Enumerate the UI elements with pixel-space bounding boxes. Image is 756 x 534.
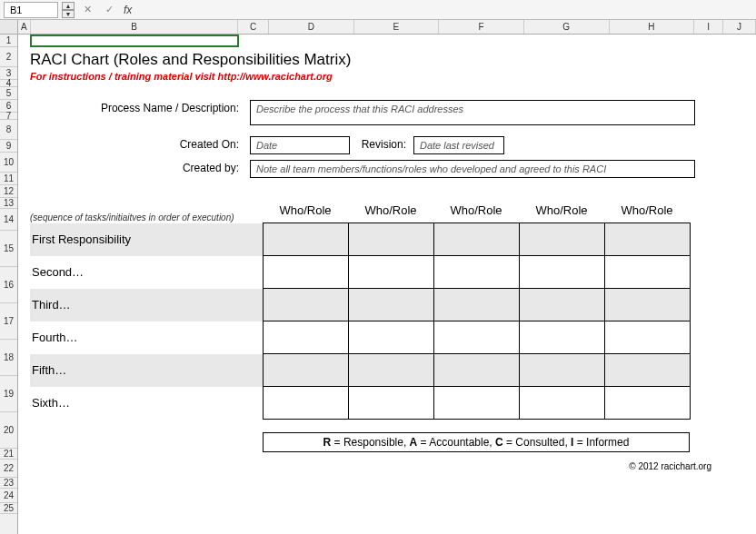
row-header-7[interactable]: 7 [0, 113, 17, 120]
raci-cell[interactable] [433, 321, 519, 354]
stepper-down-icon[interactable]: ▼ [62, 10, 75, 18]
role-header-1[interactable]: Who/Role [348, 203, 433, 222]
row-header-21[interactable]: 21 [0, 449, 17, 460]
column-header-H[interactable]: H [610, 20, 695, 34]
column-header-I[interactable]: I [694, 20, 723, 34]
row-header-1[interactable]: 1 [0, 35, 17, 47]
created-by-input[interactable]: Note all team members/functions/roles wh… [250, 160, 695, 178]
raci-cell[interactable] [519, 223, 604, 256]
task-cell[interactable]: Fifth… [30, 354, 263, 387]
row-header-14[interactable]: 14 [0, 209, 17, 231]
role-header-4[interactable]: Who/Role [604, 203, 690, 222]
fx-icon[interactable]: fx [124, 4, 132, 16]
raci-cell[interactable] [263, 387, 348, 420]
column-header-E[interactable]: E [354, 20, 440, 34]
raci-cell[interactable] [604, 223, 690, 256]
raci-cell[interactable] [348, 387, 433, 420]
raci-cell[interactable] [348, 289, 433, 321]
raci-cell[interactable] [519, 256, 604, 289]
table-row: Fifth… [30, 354, 690, 387]
task-cell[interactable]: First Responsibility [30, 223, 263, 256]
revision-input[interactable]: Date last revised [413, 136, 504, 154]
role-header-3[interactable]: Who/Role [519, 203, 604, 222]
row-header-23[interactable]: 23 [0, 478, 17, 489]
row-header-10[interactable]: 10 [0, 153, 17, 173]
task-cell[interactable]: Sixth… [30, 387, 263, 420]
raci-cell[interactable] [263, 223, 348, 256]
legend: R = Responsible, A = Accountable, C = Co… [263, 432, 690, 452]
selection-outline [30, 35, 239, 47]
column-header-D[interactable]: D [269, 20, 354, 34]
page-title: RACI Chart (Roles and Responsibilities M… [30, 51, 739, 69]
subtitle-link[interactable]: For instructions / training material vis… [30, 71, 739, 82]
row-header-22[interactable]: 22 [0, 460, 17, 478]
raci-cell[interactable] [604, 387, 690, 420]
raci-cell[interactable] [519, 289, 604, 321]
column-header-A[interactable]: A [18, 20, 31, 34]
raci-cell[interactable] [348, 223, 433, 256]
column-header-J[interactable]: J [723, 20, 756, 34]
table-row: Fourth… [30, 321, 690, 354]
raci-cell[interactable] [519, 321, 604, 354]
raci-cell[interactable] [604, 354, 690, 387]
column-header-C[interactable]: C [238, 20, 269, 34]
sheet-content: RACI Chart (Roles and Responsibilities M… [30, 51, 739, 471]
row-header-20[interactable]: 20 [0, 412, 17, 449]
row-header-24[interactable]: 24 [0, 489, 17, 503]
cancel-formula-icon[interactable]: ✕ [78, 2, 96, 18]
raci-cell[interactable] [433, 289, 519, 321]
task-cell[interactable]: Second… [30, 256, 263, 289]
worksheet[interactable]: RACI Chart (Roles and Responsibilities M… [18, 35, 756, 534]
column-headers: ABCDEFGHIJ [0, 20, 756, 35]
row-header-4[interactable]: 4 [0, 80, 17, 87]
row-header-9[interactable]: 9 [0, 140, 17, 153]
formula-bar: B1 ▲ ▼ ✕ ✓ fx [0, 0, 756, 20]
raci-cell[interactable] [604, 256, 690, 289]
row-header-15[interactable]: 15 [0, 231, 17, 267]
table-row: Second… [30, 256, 690, 289]
raci-cell[interactable] [348, 354, 433, 387]
raci-cell[interactable] [433, 223, 519, 256]
name-box-stepper: ▲ ▼ [62, 2, 75, 18]
raci-cell[interactable] [263, 289, 348, 321]
row-header-2[interactable]: 2 [0, 47, 17, 67]
formula-input[interactable] [135, 2, 752, 18]
raci-cell[interactable] [348, 321, 433, 354]
task-cell[interactable]: Fourth… [30, 321, 263, 354]
stepper-up-icon[interactable]: ▲ [62, 2, 75, 10]
row-header-25[interactable]: 25 [0, 503, 17, 514]
row-header-19[interactable]: 19 [0, 376, 17, 412]
raci-cell[interactable] [604, 321, 690, 354]
row-header-17[interactable]: 17 [0, 303, 17, 340]
column-header-F[interactable]: F [439, 20, 524, 34]
raci-cell[interactable] [519, 354, 604, 387]
accept-formula-icon[interactable]: ✓ [100, 2, 118, 18]
raci-cell[interactable] [263, 354, 348, 387]
raci-cell[interactable] [433, 256, 519, 289]
role-header-2[interactable]: Who/Role [433, 203, 519, 222]
created-on-input[interactable]: Date [250, 136, 350, 154]
raci-cell[interactable] [433, 354, 519, 387]
table-row: Sixth… [30, 387, 690, 420]
row-header-11[interactable]: 11 [0, 173, 17, 185]
row-header-5[interactable]: 5 [0, 87, 17, 100]
row-header-13[interactable]: 13 [0, 198, 17, 209]
row-header-18[interactable]: 18 [0, 340, 17, 376]
raci-cell[interactable] [263, 321, 348, 354]
raci-cell[interactable] [519, 387, 604, 420]
row-header-12[interactable]: 12 [0, 185, 17, 198]
raci-cell[interactable] [348, 256, 433, 289]
row-header-8[interactable]: 8 [0, 120, 17, 140]
role-header-0[interactable]: Who/Role [263, 203, 348, 222]
raci-cell[interactable] [433, 387, 519, 420]
raci-cell[interactable] [604, 289, 690, 321]
task-cell[interactable]: Third… [30, 289, 263, 321]
raci-cell[interactable] [263, 256, 348, 289]
column-header-G[interactable]: G [524, 20, 610, 34]
sequence-label: (sequence of tasks/initiaitves in order … [30, 203, 263, 222]
process-input[interactable]: Describe the process that this RACI addr… [250, 100, 695, 125]
column-header-B[interactable]: B [31, 20, 238, 34]
row-header-16[interactable]: 16 [0, 267, 17, 303]
select-all-corner[interactable] [0, 20, 18, 34]
name-box[interactable]: B1 [4, 2, 58, 18]
